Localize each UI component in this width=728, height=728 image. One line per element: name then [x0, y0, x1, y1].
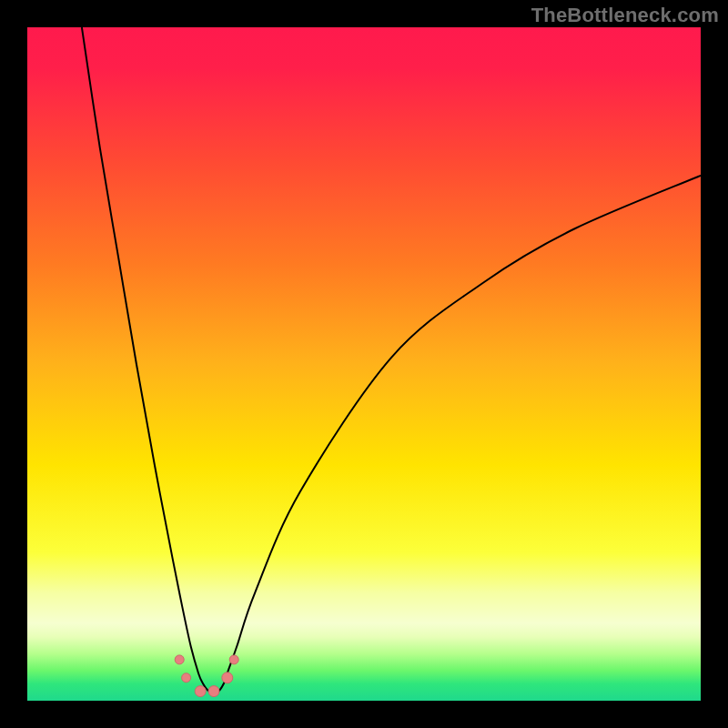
curve-marker — [229, 655, 238, 664]
curve-marker — [222, 672, 233, 683]
curve-marker — [175, 655, 184, 664]
watermark-text: TheBottleneck.com — [531, 4, 719, 27]
curve-marker — [182, 673, 191, 682]
curve-marker — [195, 686, 206, 697]
curve-layer — [27, 27, 701, 701]
plot-area — [27, 27, 701, 701]
bottleneck-curve — [82, 27, 701, 693]
chart-stage: TheBottleneck.com — [0, 0, 728, 728]
curve-marker — [208, 686, 219, 697]
